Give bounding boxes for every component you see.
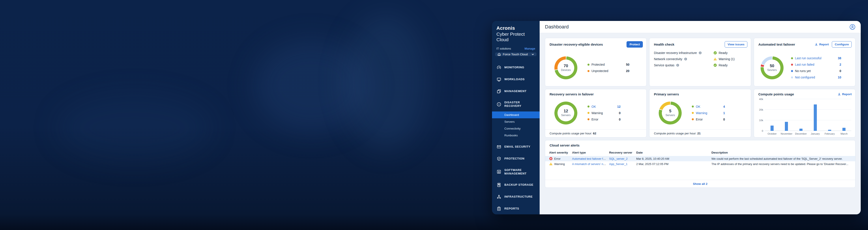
info-icon[interactable] [684,58,687,61]
donut-center-label: Sevrers [767,68,777,72]
sidebar: Acronis Cyber Protect Cloud IT solutions… [492,21,539,215]
sidebar-item-label: DISASTER RECOVERY [504,101,537,108]
alert-type-link[interactable]: A mismatch of servers' network... [572,162,609,166]
legend-item-ok[interactable]: OK12 [588,105,621,108]
sidebar-item-software-management[interactable]: SOFTWARE MANAGEMENT [492,165,539,179]
alert-row[interactable]: ErrorAutomated test failover failedSQL_s… [545,156,855,161]
manage-link[interactable]: Manage [525,47,535,50]
card-eligible-devices: Disaster recovery-eligible devices Prote… [545,38,647,86]
recovery-server-link[interactable]: SQL_server_2 [609,157,628,160]
card-automated-test-failover: Automated test failover Report Configure [754,38,856,86]
y-axis-tick: 0 [762,130,763,132]
severity-text: Error [554,157,561,160]
sidebar-item-servers[interactable]: Servers [492,118,539,125]
card-recovery-servers-in-failover: Recovery servers in failover 12 Servers … [545,89,647,137]
legend-label: OK [591,105,615,108]
alert-type-link[interactable]: Automated test failover failed [572,157,609,160]
sidebar-item-label: BACKUP STORAGE [504,183,533,187]
show-all-link[interactable]: Show all 2 [693,182,708,186]
monitor-icon [496,77,501,82]
acronis-logo: Acronis Cyber Protect Cloud [492,25,539,42]
legend-label: Warning [696,111,721,115]
legend-value: 2 [840,63,841,66]
health-status-text: Ready [719,51,727,55]
sidebar-item-label: MANAGEMENT [504,90,527,93]
recovery-servers-donut-chart: 12 Servers [554,102,577,125]
protect-button[interactable]: Protect [626,41,643,47]
devices-legend: Protected50Unprotected20 [588,63,629,73]
legend-label: Protected [591,63,624,66]
sidebar-item-label: REPORTS [504,207,519,210]
health-label: Network connectivity [654,57,682,61]
compute-points-value: 62 [593,132,596,135]
card-title: Disaster recovery-eligible devices [550,42,623,46]
sidebar-item-disaster-recovery[interactable]: DISASTER RECOVERY [492,97,539,111]
donut-center-value: 50 [770,63,774,68]
legend-label: Last run successful [795,56,836,60]
card-title: Primary servers [654,92,747,96]
legend-label: Not configured [795,75,836,79]
x-axis-label: November [779,132,794,135]
recovery-server-link[interactable]: App_Server_1 [609,162,627,166]
sidebar-item-backup-storage[interactable]: BACKUP STORAGE [492,179,539,191]
card-title: Health check [654,42,721,46]
sidebar-item-workloads[interactable]: WORKLOADS [492,73,539,85]
card-compute-points-usage: Compute points usage Report 010k20k40k O… [754,89,856,137]
compute-points-bar-chart: 010k20k40k OctoberNovemberDecemberJanuar… [754,96,855,137]
ok-status-icon [713,51,717,55]
clipboard-icon [496,206,501,211]
tenant-selector[interactable]: Force Touch Cloud [495,53,536,56]
sidebar-item-protection[interactable]: PROTECTION [492,153,539,165]
sidebar-item-reports[interactable]: REPORTS [492,203,539,215]
x-axis-label: December [794,132,808,135]
legend-dot [692,105,694,107]
sidebar-item-infrastructure[interactable]: INFRASTRUCTURE [492,191,539,203]
ok-status-icon [713,63,717,67]
sidebar-item-label: INFRASTRUCTURE [504,195,533,198]
account-icon[interactable] [849,24,856,30]
sidebar-item-label: MONITORING [504,66,524,69]
sidebar-item-runbooks[interactable]: Runbooks [492,132,539,139]
warning-severity-icon [549,162,553,166]
card-health-check: Health check View issues Disaster recove… [649,38,751,86]
legend-label: No runs yet [795,69,838,73]
legend-item-last-run-successful[interactable]: Last run successful38 [791,56,841,60]
page-title: Dashboard [545,24,569,30]
legend-dot [588,64,589,66]
compute-points-footer: Compute points usage per hour: 21 [649,129,751,137]
sidebar-item-dashboard[interactable]: Dashboard [492,111,539,118]
configure-button[interactable]: Configure [832,41,852,47]
background-glow [344,13,428,150]
report-link[interactable]: Report [815,43,829,46]
report-link[interactable]: Report [838,93,852,96]
legend-label: OK [696,105,721,108]
card-primary-servers: Primary servers 5 Servers OK4Warning1Err… [649,89,751,137]
test-failover-donut-chart: 50 Sevrers [761,56,783,79]
sidebar-item-connectivity[interactable]: Connectivity [492,125,539,132]
info-icon[interactable] [676,64,679,67]
legend-item-no-runs-yet: No runs yet0 [791,69,841,73]
legend-item-error: Error0 [588,118,621,121]
y-axis-tick: 40k [759,98,763,100]
legend-value: 0 [619,111,621,115]
sidebar-item-monitoring[interactable]: MONITORING [492,62,539,73]
legend-item-not-configured[interactable]: Not configured10 [791,75,841,79]
legend-item-warning[interactable]: Warning1 [692,111,725,115]
donut-center-value: 12 [564,109,568,114]
donut-center-value: 5 [669,109,671,114]
bar-november [785,122,788,131]
alert-description: The IP addresses of the primary and reco… [711,162,852,166]
alerts-title: Cloud server alerts [545,140,855,149]
info-icon[interactable] [699,51,702,55]
legend-item-last-run-failed[interactable]: Last run failed2 [791,63,841,66]
legend-dot [588,105,589,107]
background-glow [57,95,212,161]
sidebar-item-email-security[interactable]: EMAIL SECURITY [492,141,539,153]
sidebar-item-management[interactable]: MANAGEMENT [492,85,539,97]
view-issues-button[interactable]: View issues [725,41,747,47]
alert-row[interactable]: WarningA mismatch of servers' network...… [545,161,855,167]
alerts-table-header: Alert severityAlert typeRecovery serverD… [545,149,855,156]
bar-february [828,130,831,131]
legend-item-ok[interactable]: OK4 [692,105,725,108]
health-row-service-quotas: Service quotasReady [654,63,746,67]
